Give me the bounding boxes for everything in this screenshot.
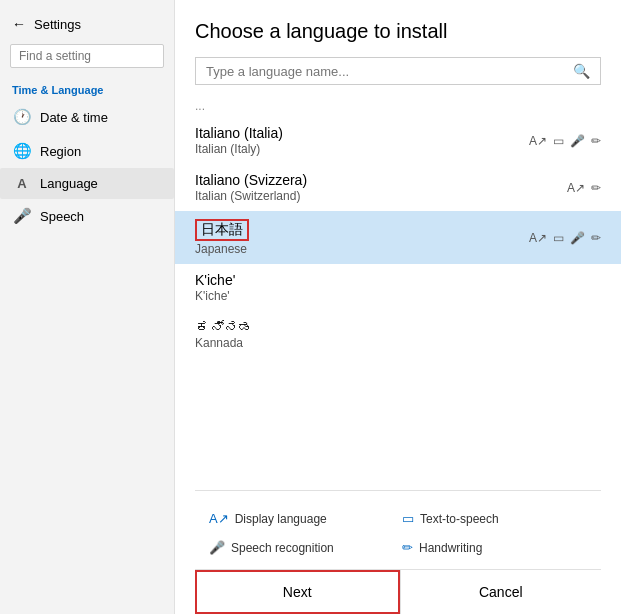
back-arrow-icon: ← bbox=[12, 16, 26, 32]
sidebar-item-speech[interactable]: 🎤 Speech bbox=[0, 199, 174, 233]
sidebar-section-title: Time & Language bbox=[0, 76, 174, 100]
sidebar-item-date-time[interactable]: 🕐 Date & time bbox=[0, 100, 174, 134]
font-icon: A↗ bbox=[529, 231, 547, 245]
language-name: Italiano (Svizzera) bbox=[195, 172, 601, 188]
feature-label: Handwriting bbox=[419, 541, 482, 555]
back-button[interactable]: ← Settings bbox=[0, 8, 174, 40]
feature-label: Display language bbox=[235, 512, 327, 526]
mic-icon: 🎤 bbox=[570, 231, 585, 245]
microphone-icon: 🎤 bbox=[12, 207, 32, 225]
feature-panel: A↗ Display language ▭ Text-to-speech 🎤 S… bbox=[195, 490, 601, 614]
language-name: K'iche' bbox=[195, 272, 601, 288]
mic-icon: 🎤 bbox=[570, 134, 585, 148]
pen-icon: ✏ bbox=[591, 231, 601, 245]
feature-text-to-speech: ▭ Text-to-speech bbox=[398, 507, 591, 530]
feature-label: Text-to-speech bbox=[420, 512, 499, 526]
language-item-italiano-italia[interactable]: Italiano (Italia) Italian (Italy) A↗ ▭ 🎤… bbox=[175, 117, 621, 164]
sidebar: ← Settings Time & Language 🕐 Date & time… bbox=[0, 0, 175, 614]
speech-recognition-icon: 🎤 bbox=[209, 540, 225, 555]
font-icon: A↗ bbox=[529, 134, 547, 148]
language-subname: Kannada bbox=[195, 336, 601, 350]
text-to-speech-icon: ▭ bbox=[402, 511, 414, 526]
feature-display-language: A↗ Display language bbox=[205, 507, 398, 530]
sidebar-item-label: Speech bbox=[40, 209, 84, 224]
main-content: Choose a language to install 🔍 ... Itali… bbox=[175, 0, 621, 614]
language-subname: K'iche' bbox=[195, 289, 601, 303]
language-list: ... Italiano (Italia) Italian (Italy) A↗… bbox=[175, 95, 621, 490]
feature-handwriting: ✏ Handwriting bbox=[398, 536, 591, 559]
language-item-japanese[interactable]: 日本語 Japanese A↗ ▭ 🎤 ✏ bbox=[175, 211, 621, 264]
language-feature-icons: A↗ ▭ 🎤 ✏ bbox=[529, 134, 601, 148]
monitor-icon: ▭ bbox=[553, 231, 564, 245]
clock-icon: 🕐 bbox=[12, 108, 32, 126]
language-item-kiche[interactable]: K'iche' K'iche' bbox=[175, 264, 621, 311]
sidebar-item-language[interactable]: A Language bbox=[0, 168, 174, 199]
cancel-button[interactable]: Cancel bbox=[400, 570, 602, 614]
next-button[interactable]: Next bbox=[195, 570, 400, 614]
language-name: ಕನ್ನಡ bbox=[195, 319, 601, 335]
globe-icon: 🌐 bbox=[12, 142, 32, 160]
sidebar-item-label: Date & time bbox=[40, 110, 108, 125]
sidebar-item-region[interactable]: 🌐 Region bbox=[0, 134, 174, 168]
sidebar-back-label: Settings bbox=[34, 17, 81, 32]
display-language-icon: A↗ bbox=[209, 511, 229, 526]
pen-icon: ✏ bbox=[591, 181, 601, 195]
language-search-box: 🔍 bbox=[195, 57, 601, 85]
feature-label: Speech recognition bbox=[231, 541, 334, 555]
monitor-icon: ▭ bbox=[553, 134, 564, 148]
language-feature-icons: A↗ ✏ bbox=[567, 181, 601, 195]
language-feature-icons: A↗ ▭ 🎤 ✏ bbox=[529, 231, 601, 245]
page-title: Choose a language to install bbox=[195, 20, 601, 43]
handwriting-icon: ✏ bbox=[402, 540, 413, 555]
language-item-italiano-svizzera[interactable]: Italiano (Svizzera) Italian (Switzerland… bbox=[175, 164, 621, 211]
sidebar-search-input[interactable] bbox=[10, 44, 164, 68]
language-icon: A bbox=[12, 176, 32, 191]
language-item-kannada[interactable]: ಕನ್ನಡ Kannada bbox=[175, 311, 621, 358]
pen-icon: ✏ bbox=[591, 134, 601, 148]
language-search-input[interactable] bbox=[206, 64, 573, 79]
sidebar-item-label: Language bbox=[40, 176, 98, 191]
language-subname: Italian (Switzerland) bbox=[195, 189, 601, 203]
action-buttons: Next Cancel bbox=[195, 569, 601, 614]
feature-grid: A↗ Display language ▭ Text-to-speech 🎤 S… bbox=[195, 501, 601, 565]
feature-speech-recognition: 🎤 Speech recognition bbox=[205, 536, 398, 559]
truncated-indicator: ... bbox=[175, 95, 621, 117]
search-icon: 🔍 bbox=[573, 63, 590, 79]
language-name: 日本語 bbox=[195, 219, 249, 241]
font-icon: A↗ bbox=[567, 181, 585, 195]
sidebar-item-label: Region bbox=[40, 144, 81, 159]
